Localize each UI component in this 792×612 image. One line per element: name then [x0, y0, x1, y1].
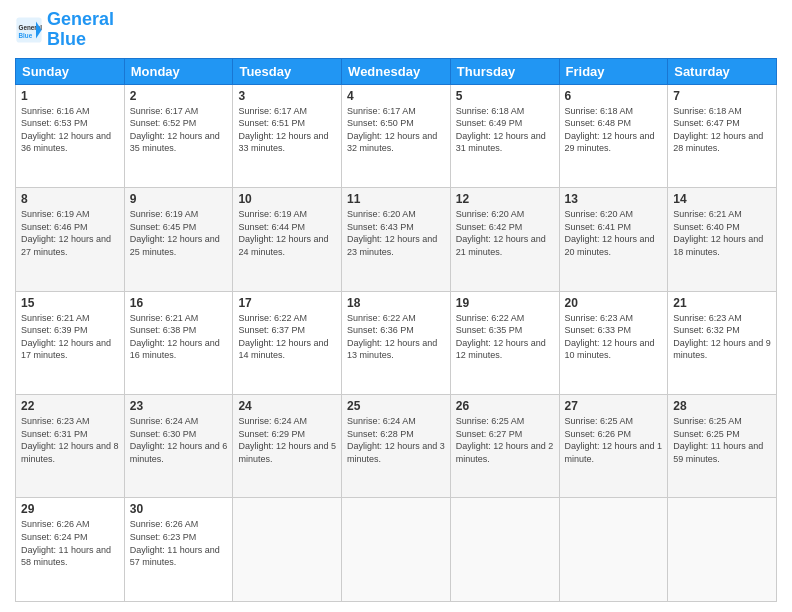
- day-info: Sunrise: 6:26 AM Sunset: 6:23 PM Dayligh…: [130, 518, 228, 568]
- calendar-cell: 23 Sunrise: 6:24 AM Sunset: 6:30 PM Dayl…: [124, 395, 233, 498]
- day-info: Sunrise: 6:20 AM Sunset: 6:41 PM Dayligh…: [565, 208, 663, 258]
- day-number: 25: [347, 399, 445, 413]
- day-info: Sunrise: 6:23 AM Sunset: 6:32 PM Dayligh…: [673, 312, 771, 362]
- weekday-header-row: SundayMondayTuesdayWednesdayThursdayFrid…: [16, 58, 777, 84]
- week-row-2: 8 Sunrise: 6:19 AM Sunset: 6:46 PM Dayli…: [16, 188, 777, 291]
- day-number: 2: [130, 89, 228, 103]
- day-number: 18: [347, 296, 445, 310]
- day-number: 20: [565, 296, 663, 310]
- weekday-header-tuesday: Tuesday: [233, 58, 342, 84]
- day-number: 21: [673, 296, 771, 310]
- calendar-cell: 15 Sunrise: 6:21 AM Sunset: 6:39 PM Dayl…: [16, 291, 125, 394]
- calendar-cell: 18 Sunrise: 6:22 AM Sunset: 6:36 PM Dayl…: [342, 291, 451, 394]
- day-info: Sunrise: 6:23 AM Sunset: 6:31 PM Dayligh…: [21, 415, 119, 465]
- day-info: Sunrise: 6:18 AM Sunset: 6:49 PM Dayligh…: [456, 105, 554, 155]
- week-row-3: 15 Sunrise: 6:21 AM Sunset: 6:39 PM Dayl…: [16, 291, 777, 394]
- calendar-cell: 4 Sunrise: 6:17 AM Sunset: 6:50 PM Dayli…: [342, 84, 451, 187]
- calendar-cell: 22 Sunrise: 6:23 AM Sunset: 6:31 PM Dayl…: [16, 395, 125, 498]
- day-info: Sunrise: 6:17 AM Sunset: 6:51 PM Dayligh…: [238, 105, 336, 155]
- day-info: Sunrise: 6:24 AM Sunset: 6:30 PM Dayligh…: [130, 415, 228, 465]
- day-info: Sunrise: 6:21 AM Sunset: 6:39 PM Dayligh…: [21, 312, 119, 362]
- calendar-cell: 25 Sunrise: 6:24 AM Sunset: 6:28 PM Dayl…: [342, 395, 451, 498]
- calendar-cell: 7 Sunrise: 6:18 AM Sunset: 6:47 PM Dayli…: [668, 84, 777, 187]
- calendar-cell: [668, 498, 777, 602]
- calendar-cell: 17 Sunrise: 6:22 AM Sunset: 6:37 PM Dayl…: [233, 291, 342, 394]
- day-number: 14: [673, 192, 771, 206]
- calendar-cell: 5 Sunrise: 6:18 AM Sunset: 6:49 PM Dayli…: [450, 84, 559, 187]
- calendar-cell: 12 Sunrise: 6:20 AM Sunset: 6:42 PM Dayl…: [450, 188, 559, 291]
- calendar-cell: 24 Sunrise: 6:24 AM Sunset: 6:29 PM Dayl…: [233, 395, 342, 498]
- calendar-cell: 27 Sunrise: 6:25 AM Sunset: 6:26 PM Dayl…: [559, 395, 668, 498]
- calendar-cell: [559, 498, 668, 602]
- day-number: 26: [456, 399, 554, 413]
- calendar-table: SundayMondayTuesdayWednesdayThursdayFrid…: [15, 58, 777, 602]
- day-info: Sunrise: 6:16 AM Sunset: 6:53 PM Dayligh…: [21, 105, 119, 155]
- day-number: 15: [21, 296, 119, 310]
- day-number: 13: [565, 192, 663, 206]
- week-row-1: 1 Sunrise: 6:16 AM Sunset: 6:53 PM Dayli…: [16, 84, 777, 187]
- day-info: Sunrise: 6:19 AM Sunset: 6:45 PM Dayligh…: [130, 208, 228, 258]
- day-number: 19: [456, 296, 554, 310]
- calendar-cell: 13 Sunrise: 6:20 AM Sunset: 6:41 PM Dayl…: [559, 188, 668, 291]
- day-number: 3: [238, 89, 336, 103]
- logo-icon: General Blue: [15, 16, 43, 44]
- day-number: 6: [565, 89, 663, 103]
- calendar-cell: 29 Sunrise: 6:26 AM Sunset: 6:24 PM Dayl…: [16, 498, 125, 602]
- weekday-header-sunday: Sunday: [16, 58, 125, 84]
- day-info: Sunrise: 6:17 AM Sunset: 6:50 PM Dayligh…: [347, 105, 445, 155]
- day-info: Sunrise: 6:26 AM Sunset: 6:24 PM Dayligh…: [21, 518, 119, 568]
- calendar-cell: 19 Sunrise: 6:22 AM Sunset: 6:35 PM Dayl…: [450, 291, 559, 394]
- page: General Blue GeneralBlue SundayMondayTue…: [0, 0, 792, 612]
- day-number: 30: [130, 502, 228, 516]
- day-number: 17: [238, 296, 336, 310]
- day-number: 4: [347, 89, 445, 103]
- weekday-header-wednesday: Wednesday: [342, 58, 451, 84]
- day-info: Sunrise: 6:19 AM Sunset: 6:46 PM Dayligh…: [21, 208, 119, 258]
- svg-text:Blue: Blue: [19, 31, 33, 38]
- weekday-header-thursday: Thursday: [450, 58, 559, 84]
- logo: General Blue GeneralBlue: [15, 10, 114, 50]
- day-info: Sunrise: 6:17 AM Sunset: 6:52 PM Dayligh…: [130, 105, 228, 155]
- day-info: Sunrise: 6:21 AM Sunset: 6:40 PM Dayligh…: [673, 208, 771, 258]
- calendar-cell: [233, 498, 342, 602]
- day-number: 16: [130, 296, 228, 310]
- day-info: Sunrise: 6:19 AM Sunset: 6:44 PM Dayligh…: [238, 208, 336, 258]
- day-number: 7: [673, 89, 771, 103]
- day-number: 24: [238, 399, 336, 413]
- day-info: Sunrise: 6:20 AM Sunset: 6:42 PM Dayligh…: [456, 208, 554, 258]
- calendar-cell: 6 Sunrise: 6:18 AM Sunset: 6:48 PM Dayli…: [559, 84, 668, 187]
- day-number: 10: [238, 192, 336, 206]
- calendar-cell: 21 Sunrise: 6:23 AM Sunset: 6:32 PM Dayl…: [668, 291, 777, 394]
- day-number: 9: [130, 192, 228, 206]
- calendar-cell: [450, 498, 559, 602]
- calendar-cell: 30 Sunrise: 6:26 AM Sunset: 6:23 PM Dayl…: [124, 498, 233, 602]
- day-number: 22: [21, 399, 119, 413]
- day-number: 12: [456, 192, 554, 206]
- calendar-cell: 2 Sunrise: 6:17 AM Sunset: 6:52 PM Dayli…: [124, 84, 233, 187]
- calendar-cell: 11 Sunrise: 6:20 AM Sunset: 6:43 PM Dayl…: [342, 188, 451, 291]
- week-row-4: 22 Sunrise: 6:23 AM Sunset: 6:31 PM Dayl…: [16, 395, 777, 498]
- calendar-cell: 3 Sunrise: 6:17 AM Sunset: 6:51 PM Dayli…: [233, 84, 342, 187]
- day-number: 11: [347, 192, 445, 206]
- day-info: Sunrise: 6:25 AM Sunset: 6:26 PM Dayligh…: [565, 415, 663, 465]
- weekday-header-friday: Friday: [559, 58, 668, 84]
- day-info: Sunrise: 6:18 AM Sunset: 6:48 PM Dayligh…: [565, 105, 663, 155]
- day-number: 1: [21, 89, 119, 103]
- logo-text: GeneralBlue: [47, 10, 114, 50]
- day-number: 29: [21, 502, 119, 516]
- calendar-cell: 20 Sunrise: 6:23 AM Sunset: 6:33 PM Dayl…: [559, 291, 668, 394]
- day-number: 5: [456, 89, 554, 103]
- weekday-header-monday: Monday: [124, 58, 233, 84]
- weekday-header-saturday: Saturday: [668, 58, 777, 84]
- calendar-cell: 26 Sunrise: 6:25 AM Sunset: 6:27 PM Dayl…: [450, 395, 559, 498]
- day-info: Sunrise: 6:18 AM Sunset: 6:47 PM Dayligh…: [673, 105, 771, 155]
- day-info: Sunrise: 6:22 AM Sunset: 6:37 PM Dayligh…: [238, 312, 336, 362]
- week-row-5: 29 Sunrise: 6:26 AM Sunset: 6:24 PM Dayl…: [16, 498, 777, 602]
- calendar-cell: 9 Sunrise: 6:19 AM Sunset: 6:45 PM Dayli…: [124, 188, 233, 291]
- day-number: 28: [673, 399, 771, 413]
- calendar-cell: 28 Sunrise: 6:25 AM Sunset: 6:25 PM Dayl…: [668, 395, 777, 498]
- day-info: Sunrise: 6:20 AM Sunset: 6:43 PM Dayligh…: [347, 208, 445, 258]
- day-number: 23: [130, 399, 228, 413]
- calendar-cell: 16 Sunrise: 6:21 AM Sunset: 6:38 PM Dayl…: [124, 291, 233, 394]
- calendar-cell: [342, 498, 451, 602]
